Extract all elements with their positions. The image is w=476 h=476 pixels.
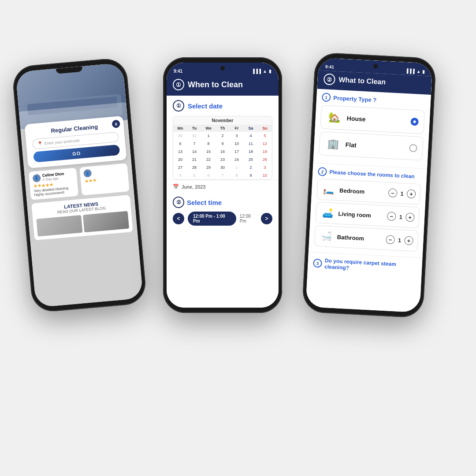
bedroom-icon: 🛏️ <box>322 182 337 197</box>
carpet-section: 3 Do you require carpet steam cleaning? <box>308 254 423 278</box>
modal-close-button[interactable]: X <box>112 119 120 128</box>
livingroom-label: Living room <box>338 210 384 219</box>
step-circle-1: ① <box>173 79 184 90</box>
bathroom-minus[interactable]: − <box>386 235 395 244</box>
step1-title: When to Clean <box>188 80 243 89</box>
modal-card: X Regular Cleaning 📍 Enter your postcode… <box>25 116 127 168</box>
flat-option[interactable]: 🏢 Flat <box>319 131 424 160</box>
calendar-week-1: 30 31 1 2 3 4 5 <box>173 132 272 140</box>
phone-3: 9:41 ▐▐▐ ▲ ▮ ② What to Clean 1 Property … <box>302 52 437 318</box>
rooms-step-num: 2 <box>318 167 327 176</box>
flat-radio[interactable] <box>409 144 417 152</box>
property-step-num: 1 <box>322 93 331 102</box>
bathroom-plus[interactable]: + <box>404 236 413 245</box>
bedroom-plus[interactable]: + <box>407 190 416 199</box>
day-tu: Tu <box>187 125 201 132</box>
house-radio[interactable] <box>410 118 419 126</box>
bathroom-count: 1 <box>396 237 403 244</box>
calendar-week-3: 13 14 15 16 17 18 19 <box>173 148 272 156</box>
phone-1-content: X Regular Cleaning 📍 Enter your postcode… <box>15 63 143 307</box>
bathroom-row: 🛁 Bathroom − 1 + <box>314 225 419 252</box>
avatar-1: 👤 <box>32 174 41 182</box>
time-step-circle: ② <box>173 197 184 208</box>
status-time-3: 9:41 <box>325 64 335 69</box>
livingroom-minus[interactable]: − <box>387 212 396 221</box>
carpet-label-text: Do you require carpet steam cleaning? <box>324 257 417 275</box>
postcode-placeholder: Enter your postcode <box>44 138 80 145</box>
bedroom-minus[interactable]: − <box>388 188 398 197</box>
wifi-icon-3: ▲ <box>416 69 420 74</box>
date-step-circle: ① <box>173 100 184 112</box>
calendar-month: November <box>173 116 272 125</box>
bathroom-icon: 🛁 <box>319 229 334 244</box>
rooms-section: 2 Please choose the rooms to clean 🛏️ Be… <box>309 165 427 256</box>
when-to-clean-header: ① When to Clean <box>167 75 279 96</box>
location-icon: 📍 <box>37 141 43 146</box>
latest-news-section: LATEST NEWS READ OUR LATEST BLOG <box>31 195 133 240</box>
battery-icon: ▮ <box>269 69 271 74</box>
time-header: ② Select time <box>173 197 272 208</box>
bedroom-count: 1 <box>399 190 405 197</box>
signal-icon-3: ▐▐▐ <box>405 68 415 74</box>
phone-2-content: 9:41 ▐▐▐ ▲ ▮ ① When to Clean ① Select da… <box>167 63 279 308</box>
battery-icon-3: ▮ <box>422 69 425 74</box>
calendar-headers: Mo Tu We Th Fr Sa Su <box>173 125 272 132</box>
day-mo: Mo <box>173 125 187 132</box>
time-text: 12:00 Pm <box>240 214 257 223</box>
bathroom-label: Bathroom <box>337 234 383 242</box>
house-option[interactable]: 🏡 House <box>320 105 425 134</box>
flat-icon: 🏢 <box>325 136 342 152</box>
time-nav: < 12:00 Pm - 1:00 Pm 12:00 Pm > <box>173 212 272 226</box>
livingroom-counter: − 1 + <box>387 212 415 222</box>
bedroom-counter: − 1 + <box>388 188 416 198</box>
day-th: Th <box>216 125 230 132</box>
phone-2-screen: 9:41 ▐▐▐ ▲ ▮ ① When to Clean ① Select da… <box>167 63 279 308</box>
select-date-label: Select date <box>188 102 223 110</box>
day-fr: Fr <box>230 125 244 132</box>
wifi-icon: ▲ <box>263 69 267 74</box>
phone-3-screen: 9:41 ▐▐▐ ▲ ▮ ② What to Clean 1 Property … <box>305 58 432 313</box>
phone-1: X Regular Cleaning 📍 Enter your postcode… <box>11 57 147 313</box>
select-date-header: ① Select date <box>167 96 279 116</box>
phone-2: 9:41 ▐▐▐ ▲ ▮ ① When to Clean ① Select da… <box>163 57 282 313</box>
status-icons-3: ▐▐▐ ▲ ▮ <box>405 68 425 74</box>
step-circle-2: ② <box>324 73 335 85</box>
day-sa: Sa <box>244 125 258 132</box>
phone-3-content: 9:41 ▐▐▐ ▲ ▮ ② What to Clean 1 Property … <box>305 58 432 313</box>
news-image-2 <box>83 211 129 233</box>
flat-label: Flat <box>345 141 405 151</box>
time-prev-button[interactable]: < <box>173 213 184 224</box>
avatar-2: 👤 <box>83 169 92 178</box>
news-image-1 <box>36 215 82 237</box>
rooms-label-text: Please choose the rooms to clean <box>329 169 415 179</box>
calendar-week-5: 27 28 29 30 1 2 3 <box>173 164 272 171</box>
date-text: June, 2023 <box>182 184 205 190</box>
time-section: ② Select time < 12:00 Pm - 1:00 Pm 12:00… <box>167 193 279 229</box>
what-to-clean-title: What to Clean <box>338 76 386 86</box>
property-type-label: 1 Property Type ? <box>322 93 426 107</box>
phone-1-screen: X Regular Cleaning 📍 Enter your postcode… <box>15 63 143 307</box>
carpet-step-num: 3 <box>313 259 322 268</box>
livingroom-icon: 🛋️ <box>320 205 335 220</box>
calendar-week-4: 20 21 22 23 24 25 26 <box>173 156 272 164</box>
calendar: November Mo Tu We Th Fr Sa Su 30 31 1 2 … <box>173 116 272 180</box>
bedroom-label: Bedroom <box>339 187 385 196</box>
livingroom-plus[interactable]: + <box>405 212 415 222</box>
livingroom-row: 🛋️ Living room − 1 + <box>315 202 420 228</box>
calendar-icon: 📅 <box>173 184 179 190</box>
review-card-1: 👤 Celine Dion 2 Day ago ★★★★★ Very detai… <box>29 168 78 200</box>
bathroom-counter: − 1 + <box>386 235 413 245</box>
status-time-2: 9:41 <box>174 69 182 74</box>
house-icon: 🏡 <box>326 109 343 126</box>
calendar-week-6: 4 5 6 7 8 9 10 <box>173 171 272 179</box>
bedroom-row: 🛏️ Bedroom − 1 + <box>316 178 421 205</box>
property-section: 1 Property Type ? 🏡 House 🏢 Flat <box>313 89 431 167</box>
time-next-button[interactable]: > <box>261 213 272 224</box>
house-label: House <box>346 115 406 125</box>
time-slot[interactable]: 12:00 Pm - 1:00 Pm <box>188 212 236 226</box>
day-we: We <box>201 125 216 132</box>
calendar-week-2: 6 7 8 9 10 11 12 <box>173 140 272 148</box>
select-time-label: Select time <box>187 199 222 206</box>
review-card-2: 👤 ★★★ <box>79 163 129 195</box>
day-su: Su <box>258 125 272 132</box>
